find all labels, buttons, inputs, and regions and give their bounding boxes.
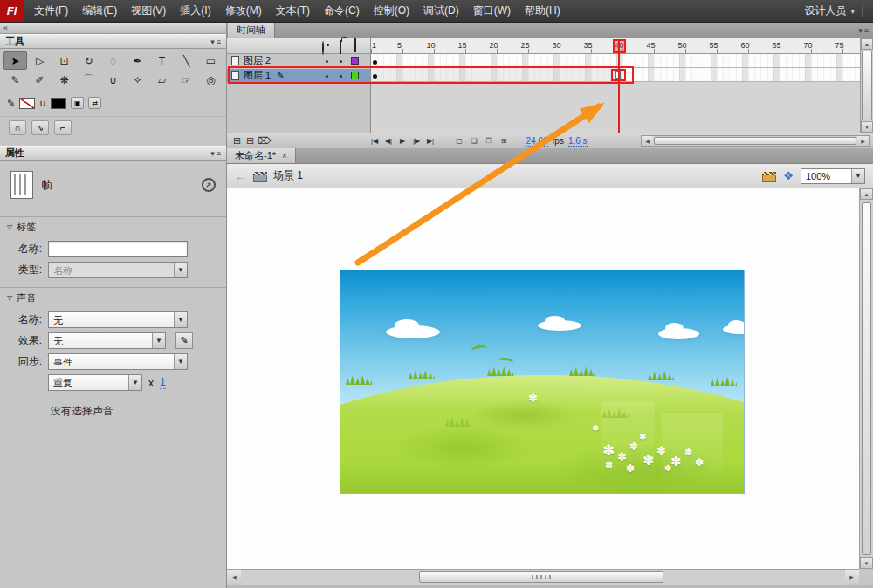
zoom-control[interactable]: 100% ▼ — [801, 168, 865, 184]
straighten-button[interactable]: ⌐ — [54, 120, 72, 135]
menu-item-text[interactable]: 文本(T) — [269, 0, 317, 22]
timeline-tab[interactable]: 时间轴 — [228, 23, 275, 38]
edit-scene-button[interactable] — [762, 172, 776, 182]
label-type-dropdown[interactable]: 名称 ▼ — [48, 262, 188, 278]
frames-layer2[interactable] — [371, 54, 860, 68]
repeat-count-value[interactable]: 1 — [160, 376, 166, 389]
bone-tool[interactable]: ⌒ — [77, 71, 100, 89]
layer-visibility-dot[interactable] — [326, 60, 328, 63]
scroll-right-icon[interactable]: ▶ — [857, 136, 869, 146]
step-back-button[interactable]: ◀| — [382, 134, 395, 147]
scroll-up-icon[interactable]: ▲ — [860, 188, 873, 200]
brush-tool[interactable]: ✐ — [28, 71, 52, 89]
lock-all-layers-icon[interactable] — [340, 40, 341, 54]
menu-item-debug[interactable]: 调试(D) — [416, 0, 466, 22]
goto-last-frame-button[interactable]: ▶| — [424, 134, 437, 147]
stage-pasteboard[interactable]: ✽ ✽ ✽ ✽ ✽ ✽ ✽ ✽ ✽ ✽ ✽ ✽ ✽ ✽ — [227, 188, 859, 569]
help-icon[interactable]: ➜ — [202, 178, 216, 192]
layer-name[interactable]: 图层 2 — [244, 54, 271, 67]
line-tool[interactable]: ╲ — [175, 51, 198, 70]
layer-lock-dot[interactable] — [340, 75, 342, 78]
scroll-up-icon[interactable]: ▲ — [861, 38, 873, 50]
timeline-vertical-scrollbar[interactable]: ▲ ▼ — [860, 38, 873, 133]
timeline-horizontal-scrollbar[interactable]: ◀ ▶ — [641, 135, 870, 147]
text-tool[interactable]: T — [150, 51, 174, 70]
frames-empty-area[interactable] — [371, 82, 860, 133]
scroll-right-icon[interactable]: ▶ — [845, 570, 859, 585]
zoom-value[interactable]: 100% — [801, 169, 851, 183]
snap-to-objects-button[interactable]: ∩ — [9, 120, 26, 135]
rectangle-tool[interactable]: ▭ — [199, 51, 223, 70]
frames-layer1[interactable] — [371, 68, 860, 82]
scroll-left-icon[interactable]: ◀ — [642, 136, 653, 146]
workspace-switcher[interactable]: 设计人员 ▾ — [804, 3, 855, 18]
stage-vertical-scrollbar[interactable]: ▲ ▼ — [859, 188, 873, 569]
fill-color-swatch[interactable] — [51, 98, 66, 109]
free-transform-tool[interactable]: ⊡ — [52, 51, 76, 70]
frame-rate-value[interactable]: 24.00 — [526, 136, 548, 147]
menu-item-file[interactable]: 文件(F) — [27, 0, 75, 22]
sound-effect-dropdown[interactable]: 无 ▼ — [48, 332, 166, 349]
deco-tool[interactable]: ❋ — [52, 71, 76, 89]
3d-rotation-tool[interactable]: ↻ — [77, 51, 100, 70]
scroll-down-icon[interactable]: ▼ — [861, 121, 873, 133]
collapse-panels-bar[interactable]: « — [0, 23, 226, 34]
layer-lock-dot[interactable] — [340, 60, 342, 63]
paint-bucket-tool[interactable]: ∪ — [101, 71, 125, 89]
onion-skin-button[interactable]: ❏ — [468, 134, 481, 147]
menu-item-insert[interactable]: 插入(I) — [173, 0, 217, 22]
scrollbar-thumb[interactable] — [862, 202, 871, 555]
pencil-tool[interactable]: ✎ — [3, 71, 27, 89]
panel-menu-icon[interactable]: ≡ — [217, 38, 221, 46]
tools-panel-header[interactable]: 工具 ▾ ≡ — [0, 34, 226, 49]
step-forward-button[interactable]: |▶ — [410, 134, 423, 147]
menu-item-commands[interactable]: 命令(C) — [317, 0, 367, 22]
sound-name-dropdown[interactable]: 无 ▼ — [48, 311, 188, 328]
menu-item-view[interactable]: 视图(V) — [124, 0, 173, 22]
lasso-tool[interactable]: ◌ — [101, 51, 125, 70]
stage-canvas[interactable]: ✽ ✽ ✽ ✽ ✽ ✽ ✽ ✽ ✽ ✽ ✽ ✽ ✽ ✽ — [340, 270, 745, 494]
scroll-down-icon[interactable]: ▼ — [860, 557, 873, 569]
center-frame-button[interactable]: ▢ — [453, 134, 466, 147]
sound-sync-dropdown[interactable]: 事件 ▼ — [48, 353, 188, 370]
delete-layer-button[interactable]: ⌦ — [257, 134, 272, 147]
edit-sound-envelope-button[interactable]: ✎ — [175, 332, 193, 349]
back-arrow-icon[interactable]: ← — [235, 169, 247, 183]
properties-panel-header[interactable]: 属性 ▾ ≡ — [0, 146, 226, 161]
flash-logo[interactable]: Fl — [0, 0, 24, 22]
timeline-panel-menu-icon[interactable]: ≡ — [864, 26, 869, 35]
swap-colors-button[interactable]: ⇄ — [88, 97, 101, 109]
sound-repeat-dropdown[interactable]: 重复 ▼ — [48, 374, 142, 391]
scrollbar-thumb[interactable] — [654, 137, 856, 145]
scrollbar-thumb[interactable] — [419, 571, 663, 583]
menu-item-modify[interactable]: 修改(M) — [218, 0, 269, 22]
layer-row-layer1[interactable]: 图层 1 ✎ — [227, 69, 370, 83]
pen-tool[interactable]: ✒ — [126, 51, 149, 70]
zoom-tool[interactable]: ◎ — [199, 71, 223, 89]
show-hide-all-layers-icon[interactable] — [322, 41, 324, 55]
onion-skin-outlines-button[interactable]: ❐ — [483, 134, 496, 147]
stroke-color-swatch[interactable] — [19, 98, 35, 109]
layer-name[interactable]: 图层 1 — [244, 69, 271, 82]
menu-item-control[interactable]: 控制(O) — [367, 0, 416, 22]
edit-multiple-frames-button[interactable]: ⊞ — [498, 134, 511, 147]
close-icon[interactable]: × — [282, 151, 287, 161]
eyedropper-tool[interactable]: ✧ — [126, 71, 149, 89]
edit-symbols-button[interactable]: ❖ — [783, 169, 794, 182]
new-layer-button[interactable]: ⊞ — [230, 134, 244, 147]
selection-tool[interactable]: ➤ — [3, 51, 27, 70]
frame-label-input[interactable] — [48, 241, 188, 257]
menu-item-window[interactable]: 窗口(W) — [466, 0, 518, 22]
layer-row-layer2[interactable]: 图层 2 — [227, 54, 370, 68]
menu-item-edit[interactable]: 编辑(E) — [75, 0, 124, 22]
outline-all-layers-icon[interactable] — [354, 38, 356, 52]
new-folder-button[interactable]: ⊟ — [244, 134, 257, 147]
scroll-left-icon[interactable]: ◀ — [227, 570, 241, 585]
document-tab[interactable]: 未命名-1* × — [227, 148, 296, 163]
sound-section-header[interactable]: ▽ 声音 — [0, 287, 226, 307]
hand-tool[interactable]: ☞ — [175, 71, 198, 89]
scrollbar-thumb[interactable] — [862, 51, 872, 120]
subselection-tool[interactable]: ▷ — [28, 51, 52, 70]
layer-outline-color-swatch[interactable] — [351, 72, 359, 79]
smooth-button[interactable]: ∿ — [31, 120, 49, 135]
